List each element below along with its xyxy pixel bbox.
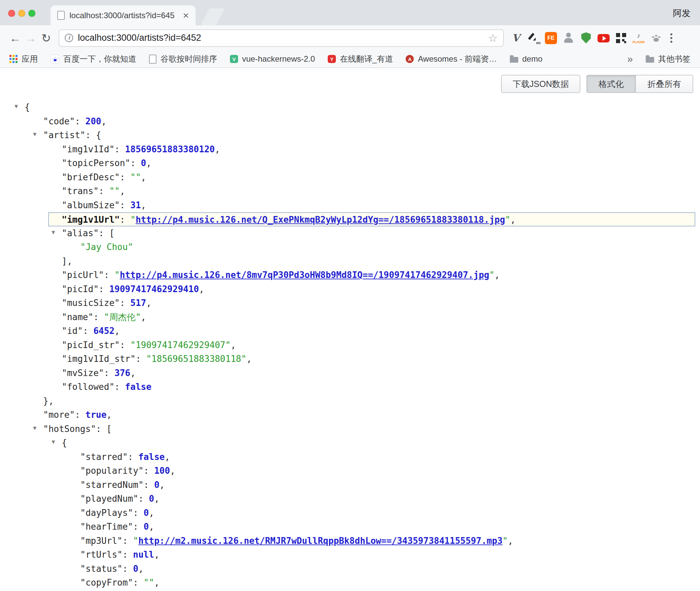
json-token: false (125, 382, 151, 392)
json-token: : (115, 144, 125, 154)
browser-window: localhost:3000/artists?id=645 × 阿发 ← → ↻… (0, 0, 700, 590)
json-token: "dayPlays" (80, 508, 133, 518)
json-url-link[interactable]: http://p4.music.126.net/Q_ExePNkmqB2yWyL… (136, 215, 505, 225)
collapse-toggle-icon[interactable]: ▼ (33, 425, 36, 431)
json-token: : (120, 298, 130, 308)
json-token: "mp3Url" (80, 536, 122, 546)
bookmark-item[interactable]: demo (510, 54, 543, 64)
json-line: "id": 6452, (0, 324, 700, 338)
collapse-toggle-icon[interactable]: ▼ (52, 229, 55, 235)
json-token: "starredNum" (80, 480, 144, 490)
other-bookmarks-button[interactable]: 其他书签 (646, 54, 691, 64)
bookmark-item[interactable]: 百度一下，你就知道 (51, 54, 136, 64)
qrcode-icon[interactable] (615, 32, 627, 44)
json-token: , (149, 522, 154, 532)
collapse-all-button[interactable]: 折叠所有 (635, 75, 693, 92)
close-window-button[interactable] (8, 10, 15, 17)
person-icon[interactable] (562, 32, 575, 44)
collapse-toggle-icon[interactable]: ▼ (52, 439, 55, 445)
json-token: " (505, 215, 511, 225)
bookmark-item[interactable]: Vvue-hackernews-2.0 (230, 54, 315, 64)
browser-menu-icon[interactable] (666, 32, 676, 44)
awesomes-icon: A (406, 55, 414, 63)
json-token: " (489, 270, 495, 280)
forward-button[interactable]: → (23, 32, 38, 44)
json-line: "picUrl": "http://p4.music.126.net/8mv7q… (0, 268, 700, 282)
json-token: , (141, 312, 146, 322)
address-input[interactable]: localhost:3000/artists?id=6452 (78, 33, 488, 43)
address-bar[interactable]: i localhost:3000/artists?id=6452 ☆ (59, 29, 504, 47)
bookmark-item[interactable]: 谷歌按时间排序 (149, 54, 217, 64)
vue-icon: V (230, 55, 238, 63)
awesomes-icon-glyph: A (408, 57, 412, 62)
json-token: , (138, 564, 144, 574)
bookmark-label: Awesomes - 前端资… (418, 54, 497, 64)
view-mode-switch: 格式化 折叠所有 (586, 75, 693, 93)
json-token: true (85, 410, 107, 420)
bookmarks-bar: » 其他书签 应用百度一下，你就知道谷歌按时间排序Vvue-hackernews… (0, 51, 700, 68)
bookmarks-overflow-icon[interactable]: » (627, 53, 633, 65)
bookmark-label: demo (522, 54, 543, 64)
json-token: , (154, 550, 159, 560)
apps-grid-icon (9, 55, 18, 63)
json-line: ▼{ (0, 100, 700, 115)
fe-icon[interactable]: FE (545, 32, 557, 44)
tab-strip: localhost:3000/artists?id=645 × 阿发 (0, 0, 700, 25)
toolbar: ← → ↻ i localhost:3000/artists?id=6452 ☆… (0, 25, 700, 51)
json-token: "" (144, 578, 154, 588)
profile-name[interactable]: 阿发 (673, 7, 691, 19)
json-url-link[interactable]: http://p4.music.126.net/8mv7qP30Pd3oHW8b… (120, 270, 489, 280)
tab-close-icon[interactable]: × (183, 10, 189, 21)
json-line: "dayPlays": 0, (0, 506, 700, 520)
page-info-icon[interactable]: i (65, 34, 73, 42)
json-token: : (99, 186, 109, 196)
paw-icon[interactable] (650, 32, 662, 44)
back-button[interactable]: ← (7, 32, 23, 44)
browser-tab[interactable]: localhost:3000/artists?id=645 × (51, 5, 196, 25)
folder-icon (646, 57, 654, 63)
bookmark-item[interactable]: 应用 (9, 54, 38, 64)
bookmark-item[interactable]: Y在线翻译_有道 (328, 54, 393, 64)
json-token: "rtUrls" (80, 550, 122, 560)
json-token: , (130, 368, 136, 378)
json-url-link[interactable]: http://m2.music.126.net/RMJR7wDullRqppBk… (138, 536, 502, 546)
json-token: , (154, 494, 159, 504)
json-token: "briefDesc" (62, 172, 120, 182)
bookmark-star-icon[interactable]: ☆ (488, 33, 498, 43)
zoom-window-button[interactable] (28, 10, 35, 17)
translate-pen-icon[interactable]: en (527, 32, 539, 44)
format-button[interactable]: 格式化 (587, 75, 635, 92)
json-token: 200 (85, 116, 101, 126)
player-icon[interactable]: PLAYER (633, 32, 645, 44)
vue-icon-glyph: V (232, 57, 236, 62)
shield-icon[interactable] (580, 32, 592, 44)
json-token: 517 (130, 298, 146, 308)
json-token: " (115, 270, 120, 280)
youdao-icon: Y (328, 55, 336, 63)
download-json-button[interactable]: 下载JSON数据 (501, 75, 580, 93)
json-token: : (133, 508, 144, 518)
bookmark-item[interactable]: AAwesomes - 前端资… (406, 54, 497, 64)
json-line: "followed": false (0, 380, 700, 394)
collapse-toggle-icon[interactable]: ▼ (33, 131, 36, 137)
json-line: "code": 200, (0, 115, 700, 129)
minimize-window-button[interactable] (18, 10, 25, 17)
json-token: : (144, 466, 154, 476)
collapse-toggle-icon[interactable]: ▼ (14, 103, 18, 109)
json-token: "followed" (62, 382, 115, 392)
json-token: : (136, 354, 146, 364)
json-token: "alias" (62, 228, 99, 238)
json-line: "rtUrls": null, (0, 548, 700, 562)
reload-button[interactable]: ↻ (38, 32, 54, 44)
json-token: { (96, 130, 101, 140)
new-tab-button[interactable] (201, 8, 225, 25)
youtube-icon[interactable] (597, 32, 610, 44)
json-token: " (133, 536, 139, 546)
json-token: "周杰伦" (104, 312, 141, 322)
json-token: 100 (154, 466, 170, 476)
json-token: 0 (144, 508, 149, 518)
json-token: "popularity" (80, 466, 144, 476)
json-line: "Jay Chou" (0, 240, 700, 254)
json-token: : (93, 312, 104, 322)
vimium-icon[interactable]: V (510, 32, 522, 44)
